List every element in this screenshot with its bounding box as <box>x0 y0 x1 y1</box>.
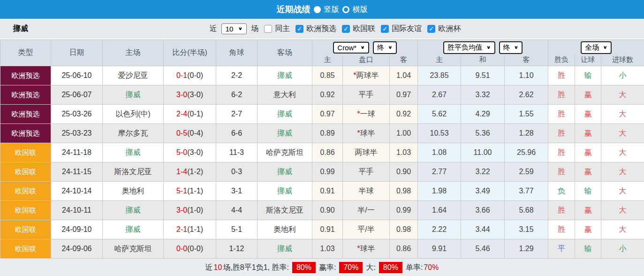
fulltime-score: 5-1 <box>176 187 187 195</box>
col-header-date: 日期 <box>51 40 103 66</box>
book-away-odds-cell: 0.86 <box>390 239 418 259</box>
away-team-cell: 挪威 <box>258 239 312 259</box>
handicap-cell: 半/一 <box>343 201 390 220</box>
result-goals-cell: 大 <box>601 124 644 143</box>
result-handicap-cell: 赢 <box>575 143 601 162</box>
result-wdl-cell: 负 <box>548 182 575 201</box>
single-rate-value: 70% <box>424 263 439 272</box>
book-home-odds-cell: 0.92 <box>312 85 343 105</box>
bookmaker-select[interactable]: Crow* ∨ <box>333 42 369 54</box>
fulltime-score: 0-0 <box>176 245 187 253</box>
fulltime-score: 5-0 <box>176 148 187 156</box>
corners-cell: 5-1 <box>216 220 258 239</box>
result-handicap-cell: 赢 <box>575 162 601 182</box>
handicap-cell: 两球半 <box>343 143 390 162</box>
avg-win-cell: 1.64 <box>418 201 461 220</box>
games-label: 场 <box>251 24 258 34</box>
fulltime-score: 0-5 <box>176 129 187 137</box>
match-date-cell: 24-11-18 <box>51 143 103 162</box>
sub-header-handicap: 盘口 <box>343 55 390 66</box>
comp-euro-qual-checkbox[interactable]: ✓ <box>295 25 303 33</box>
result-goals-cell: 大 <box>601 201 644 220</box>
avg-win-cell: 2.77 <box>418 162 461 182</box>
result-goals-cell: 大 <box>601 143 644 162</box>
match-count-select[interactable]: 10 ∨ <box>221 23 247 34</box>
fulltime-score: 2-4 <box>176 110 187 118</box>
handicap-name: 球半 <box>360 129 375 137</box>
avg-lose-cell: 3.15 <box>505 220 548 239</box>
avg-win-cell: 23.85 <box>418 66 461 85</box>
result-handicap-cell: 赢 <box>575 201 601 220</box>
book-home-odds-cell: 0.91 <box>312 220 343 239</box>
result-goals-cell: 小 <box>601 239 644 259</box>
book-home-odds-cell: 0.90 <box>312 201 343 220</box>
book-away-odds-cell: 0.98 <box>390 220 418 239</box>
bookmaker-period-select[interactable]: 终 ∨ <box>373 41 397 54</box>
away-team-cell: 意大利 <box>258 85 312 105</box>
avg-draw-cell: 3.44 <box>461 220 505 239</box>
score-cell: 1-4(1-2) <box>164 162 216 182</box>
comp-friendly-checkbox[interactable]: ✓ <box>381 25 389 33</box>
result-goals-cell: 小 <box>601 66 644 85</box>
halftime-score: (1-1) <box>187 225 203 233</box>
halftime-score: (0-0) <box>187 245 203 253</box>
result-wdl-cell: 胜 <box>548 162 575 182</box>
match-date-cell: 25-03-26 <box>51 105 103 124</box>
home-team-cell: 哈萨克斯坦 <box>103 239 164 259</box>
corners-cell: 4-4 <box>216 201 258 220</box>
avg-draw-cell: 3.32 <box>461 85 505 105</box>
fulltime-score: 0-1 <box>176 71 187 79</box>
table-row: 欧洲预选 25-03-26 以色列(中) 2-4(0-1) 2-7 挪威 0.9… <box>0 105 644 124</box>
avg-win-cell: 1.98 <box>418 182 461 201</box>
result-handicap-cell: 赢 <box>575 220 601 239</box>
avg-lose-cell: 2.59 <box>505 162 548 182</box>
vertical-layout-label[interactable]: 竖版 <box>324 5 339 15</box>
handicap-cell: 平手 <box>343 162 390 182</box>
handicap-cell: *球半 <box>343 124 390 143</box>
handicap-name: 两球半 <box>356 71 379 79</box>
avg-lose-cell: 25.96 <box>505 143 548 162</box>
sub-header-avg-win: 主 <box>418 55 461 66</box>
horizontal-layout-radio[interactable] <box>342 6 349 13</box>
book-home-odds-cell: 0.85 <box>312 66 343 85</box>
same-home-checkbox[interactable] <box>264 25 272 33</box>
book-home-odds-cell: 0.97 <box>312 105 343 124</box>
result-wdl-cell: 胜 <box>548 220 575 239</box>
scope-header-group: 全场 ∨ <box>548 40 644 55</box>
avg-draw-cell: 3.66 <box>461 201 505 220</box>
match-type-cell: 欧国联 <box>0 201 51 220</box>
comp-nations-league-checkbox[interactable]: ✓ <box>342 25 350 33</box>
book-away-odds-cell: 0.97 <box>390 85 418 105</box>
result-handicap-cell: 输 <box>575 66 601 85</box>
avg-draw-cell: 5.36 <box>461 124 505 143</box>
horizontal-layout-label[interactable]: 横版 <box>353 5 368 15</box>
table-row: 欧洲预选 25-06-07 挪威 3-0(3-0) 6-2 意大利 0.92 平… <box>0 85 644 105</box>
corners-cell: 2-2 <box>216 66 258 85</box>
comp-euro-cup-checkbox[interactable]: ✓ <box>427 25 435 33</box>
book-away-odds-cell: 0.92 <box>390 105 418 124</box>
sub-header-result-goals: 进球数 <box>601 55 644 66</box>
book-away-odds-cell: 1.03 <box>390 143 418 162</box>
vertical-layout-radio[interactable] <box>314 6 321 13</box>
handicap-name: 球半 <box>360 245 375 253</box>
home-team-cell: 挪威 <box>103 220 164 239</box>
avg-odds-select[interactable]: 胜平负均值 ∨ <box>443 41 495 54</box>
avg-period-select[interactable]: 终 ∨ <box>499 41 523 54</box>
avg-draw-cell: 4.29 <box>461 105 505 124</box>
result-goals-cell: 大 <box>601 105 644 124</box>
ou-rate-badge: 80% <box>379 262 402 273</box>
sub-header-book-away: 客 <box>390 55 418 66</box>
result-wdl-cell: 胜 <box>548 124 575 143</box>
summary-record: 场,胜8平1负1, 胜率: <box>223 263 288 273</box>
scope-select[interactable]: 全场 ∨ <box>581 41 612 54</box>
away-team-cell: 挪威 <box>258 66 312 85</box>
halftime-score: (1-0) <box>187 206 203 214</box>
match-type-cell: 欧国联 <box>0 143 51 162</box>
match-type-cell: 欧洲预选 <box>0 105 51 124</box>
avg-lose-cell: 1.55 <box>505 105 548 124</box>
corners-cell: 3-1 <box>216 182 258 201</box>
score-cell: 5-1(1-1) <box>164 182 216 201</box>
home-team-cell: 爱沙尼亚 <box>103 66 164 85</box>
score-cell: 3-0(3-0) <box>164 85 216 105</box>
col-header-score: 比分(半场) <box>164 40 216 66</box>
